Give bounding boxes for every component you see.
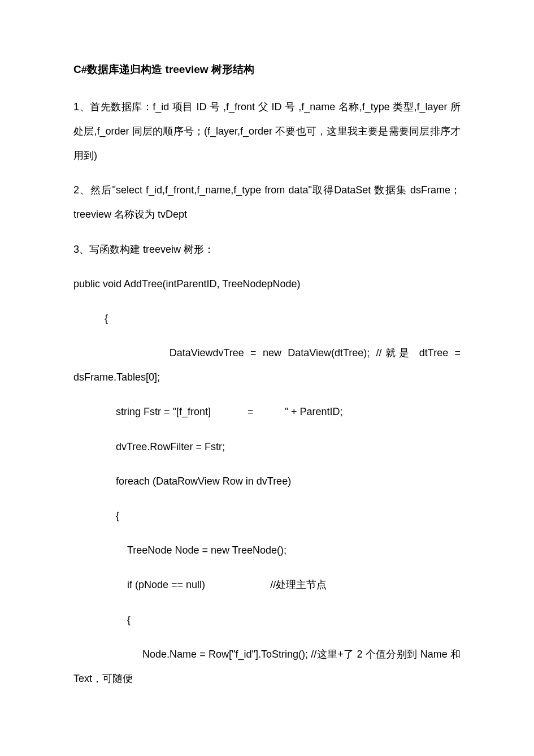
code-line: foreach (DataRowView Row in dvTree)	[73, 469, 461, 494]
document-page: C#数据库递归构造 treeview 树形结构 1、首先数据库：f_id 项目 …	[0, 0, 534, 735]
code-line: DataViewdvTree = new DataView(dtTree); /…	[73, 341, 461, 390]
code-line: Node.Name = Row["f_id"].ToString(); //这里…	[73, 642, 461, 691]
code-line: if (pNode == null) //处理主节点	[73, 573, 461, 597]
code-line: string Fstr = "[f_front] = " + ParentID;	[73, 400, 461, 424]
paragraph-2: 2、然后"select f_id,f_front,f_name,f_type f…	[73, 178, 461, 227]
paragraph-1: 1、首先数据库：f_id 项目 ID 号 ,f_front 父 ID 号 ,f_…	[73, 95, 461, 169]
code-line: {	[73, 504, 461, 528]
code-line: {	[73, 306, 461, 331]
paragraph-3: 3、写函数构建 treeveiw 树形：	[73, 237, 461, 262]
page-title: C#数据库递归构造 treeview 树形结构	[73, 57, 461, 83]
code-line: {	[73, 608, 461, 632]
code-line: dvTree.RowFilter = Fstr;	[73, 435, 461, 459]
code-line: TreeNode Node = new TreeNode();	[73, 538, 461, 563]
code-line: public void AddTree(intParentID, TreeNod…	[73, 272, 461, 296]
